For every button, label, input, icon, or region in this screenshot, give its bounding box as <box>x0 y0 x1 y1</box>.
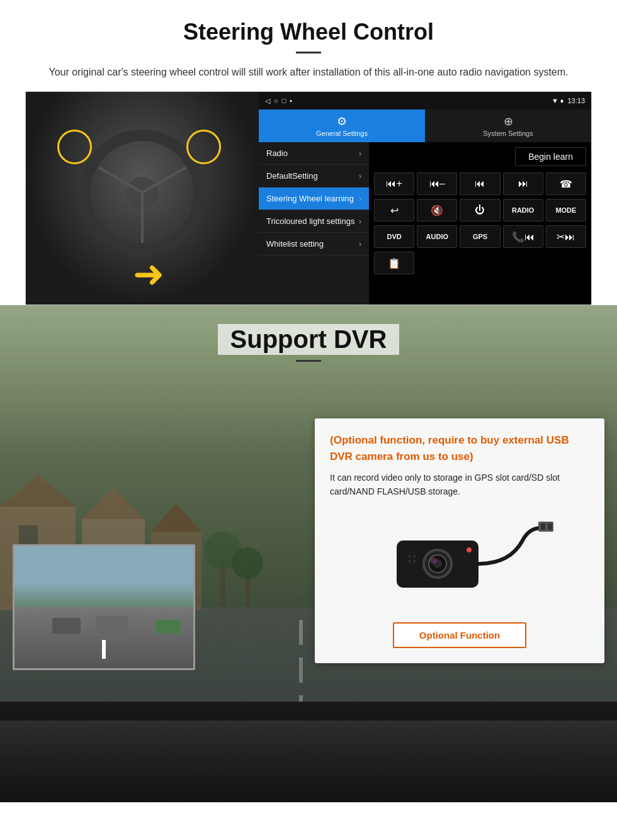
title-divider <box>296 52 321 53</box>
svg-rect-2 <box>299 620 303 645</box>
svg-point-24 <box>413 560 416 563</box>
svg-point-16 <box>232 547 263 579</box>
menu-item-steering[interactable]: Steering Wheel learning › <box>259 188 369 210</box>
android-body: Radio › DefaultSetting › Steering Wheel … <box>259 142 591 305</box>
dvr-camera-image <box>330 509 589 610</box>
chevron-icon: › <box>359 194 361 203</box>
circle-left <box>57 130 92 164</box>
svg-point-25 <box>467 547 472 552</box>
control-grid-row2: ↩ 🔇 ⏻ RADIO MODE <box>374 199 586 221</box>
system-icon: ⊕ <box>504 115 513 128</box>
optional-button-wrap: Optional Function <box>330 622 589 648</box>
steering-section: Steering Wheel Control Your original car… <box>0 0 617 305</box>
begin-learn-button[interactable]: Begin learn <box>515 147 586 166</box>
ctrl-next[interactable]: ⏭ <box>503 172 543 195</box>
ctrl-call-prev[interactable]: 📞⏮ <box>503 225 543 248</box>
dvr-section: Support DVR (Optional function, require … <box>0 305 617 802</box>
ctrl-mode[interactable]: MODE <box>546 199 586 221</box>
svg-point-29 <box>429 557 437 564</box>
control-grid-row3: DVD AUDIO GPS 📞⏮ ✂⏭ <box>374 225 586 248</box>
steering-title: Steering Wheel Control <box>25 19 592 45</box>
android-ui-panel: ➜ ◁○□▪ ▼ ♦ 13:13 ⚙ General Settings ⊕ Sy… <box>25 91 592 305</box>
android-menu: Radio › DefaultSetting › Steering Wheel … <box>259 142 369 305</box>
tab-general-label: General Settings <box>316 130 368 137</box>
ctrl-prev[interactable]: ⏮ <box>460 172 500 195</box>
ctrl-hang[interactable]: ↩ <box>374 199 414 221</box>
circle-right <box>186 130 221 164</box>
dvr-card-description: It can record video only to storage in G… <box>330 471 589 499</box>
android-panel: ◁○□▪ ▼ ♦ 13:13 ⚙ General Settings ⊕ Syst… <box>259 92 591 305</box>
menu-item-radio[interactable]: Radio › <box>259 142 369 165</box>
android-statusbar: ◁○□▪ ▼ ♦ 13:13 <box>259 92 591 109</box>
tab-general-settings[interactable]: ⚙ General Settings <box>259 109 425 142</box>
chevron-icon: › <box>359 149 361 158</box>
android-tabs: ⚙ General Settings ⊕ System Settings <box>259 109 591 142</box>
control-grid-row1: ⏮+ ⏮– ⏮ ⏭ ☎ <box>374 172 586 195</box>
status-time: 13:13 <box>567 97 585 104</box>
dvr-title-area: Support DVR <box>0 305 617 371</box>
dvr-card-title: (Optional function, require to buy exter… <box>330 432 589 464</box>
optional-function-button[interactable]: Optional Function <box>393 622 526 648</box>
gear-icon: ⚙ <box>337 115 347 128</box>
ctrl-power[interactable]: ⏻ <box>460 199 500 221</box>
chevron-icon: › <box>359 240 361 249</box>
ctrl-radio[interactable]: RADIO <box>503 199 543 221</box>
android-content: Begin learn ⏮+ ⏮– ⏮ ⏭ ☎ ↩ 🔇 ⏻ <box>369 142 591 305</box>
svg-rect-7 <box>19 525 38 544</box>
svg-point-21 <box>408 555 410 557</box>
steering-description: Your original car's steering wheel contr… <box>38 65 579 80</box>
ctrl-vol-up[interactable]: ⏮+ <box>374 172 414 195</box>
tab-system-label: System Settings <box>483 130 533 137</box>
menu-item-defaultsetting[interactable]: DefaultSetting › <box>259 165 369 188</box>
control-grid-row4: 📋 <box>374 252 586 274</box>
ctrl-vol-down[interactable]: ⏮– <box>417 172 457 195</box>
dvr-title-divider <box>296 360 321 362</box>
ctrl-gps[interactable]: GPS <box>460 225 500 248</box>
steering-photo: ➜ <box>26 92 259 305</box>
ctrl-cut-next[interactable]: ✂⏭ <box>546 225 586 248</box>
chevron-icon: › <box>359 172 361 181</box>
dvr-info-card: (Optional function, require to buy exter… <box>315 418 604 663</box>
ctrl-call[interactable]: ☎ <box>546 172 586 195</box>
tab-system-settings[interactable]: ⊕ System Settings <box>425 109 591 142</box>
dvr-thumbnail <box>13 544 195 670</box>
menu-item-whitelist[interactable]: Whitelist setting › <box>259 233 369 255</box>
svg-rect-27 <box>541 524 545 530</box>
dvr-title: Support DVR <box>218 324 400 355</box>
yellow-arrow: ➜ <box>133 255 164 293</box>
begin-learn-row: Begin learn <box>374 147 586 166</box>
svg-rect-3 <box>299 658 303 683</box>
ctrl-mute[interactable]: 🔇 <box>417 199 457 221</box>
dashboard-strip <box>0 702 617 802</box>
svg-point-23 <box>408 560 410 563</box>
svg-rect-28 <box>548 524 552 530</box>
menu-item-tricoloured[interactable]: Tricoloured light settings › <box>259 210 369 233</box>
ctrl-audio[interactable]: AUDIO <box>417 225 457 248</box>
chevron-icon: › <box>359 217 361 226</box>
ctrl-capture[interactable]: 📋 <box>374 252 414 274</box>
ctrl-dvd[interactable]: DVD <box>374 225 414 248</box>
svg-point-22 <box>413 555 416 557</box>
